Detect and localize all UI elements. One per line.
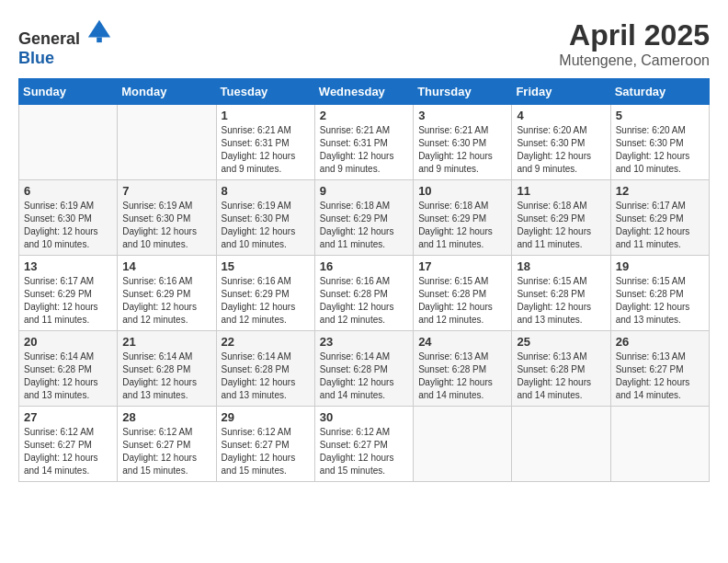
calendar-cell: 24Sunrise: 6:13 AMSunset: 6:28 PMDayligh… [414,331,512,407]
day-info: Sunrise: 6:12 AMSunset: 6:27 PMDaylight:… [222,426,310,477]
weekday-header: Friday [512,79,610,105]
calendar-cell: 15Sunrise: 6:16 AMSunset: 6:29 PMDayligh… [216,256,314,331]
day-number: 18 [517,259,605,273]
day-info: Sunrise: 6:15 AMSunset: 6:28 PMDaylight:… [616,275,704,327]
day-info: Sunrise: 6:14 AMSunset: 6:28 PMDaylight:… [24,350,112,402]
weekday-header: Sunday [19,79,118,105]
calendar-cell [19,105,118,180]
day-number: 8 [222,184,310,198]
calendar-cell: 21Sunrise: 6:14 AMSunset: 6:28 PMDayligh… [118,331,216,407]
day-info: Sunrise: 6:18 AMSunset: 6:29 PMDaylight:… [517,200,605,251]
calendar-cell: 13Sunrise: 6:17 AMSunset: 6:29 PMDayligh… [19,256,118,331]
weekday-header: Thursday [414,79,512,105]
day-info: Sunrise: 6:12 AMSunset: 6:27 PMDaylight:… [320,426,408,477]
logo-icon [86,18,112,44]
calendar-cell: 10Sunrise: 6:18 AMSunset: 6:29 PMDayligh… [414,180,512,256]
logo-text: General Blue [18,18,112,68]
day-number: 7 [122,184,210,198]
day-number: 11 [517,184,605,198]
calendar-cell: 5Sunrise: 6:20 AMSunset: 6:30 PMDaylight… [610,105,709,180]
calendar-cell [118,105,216,180]
calendar-cell: 4Sunrise: 6:20 AMSunset: 6:30 PMDaylight… [512,105,610,180]
calendar-week-row: 6Sunrise: 6:19 AMSunset: 6:30 PMDaylight… [19,180,710,256]
day-number: 4 [517,109,605,122]
day-info: Sunrise: 6:13 AMSunset: 6:28 PMDaylight:… [517,350,605,402]
day-number: 24 [418,335,506,349]
calendar-cell: 6Sunrise: 6:19 AMSunset: 6:30 PMDaylight… [19,180,118,256]
day-number: 3 [418,109,506,122]
calendar-cell: 30Sunrise: 6:12 AMSunset: 6:27 PMDayligh… [314,407,413,482]
calendar-cell: 27Sunrise: 6:12 AMSunset: 6:27 PMDayligh… [19,407,118,482]
calendar-cell: 22Sunrise: 6:14 AMSunset: 6:28 PMDayligh… [216,331,314,407]
weekday-header: Tuesday [216,79,314,105]
day-number: 15 [222,259,310,273]
calendar-cell [414,407,512,482]
day-number: 6 [24,184,112,198]
day-info: Sunrise: 6:15 AMSunset: 6:28 PMDaylight:… [517,275,605,327]
calendar-cell [512,407,610,482]
calendar-week-row: 27Sunrise: 6:12 AMSunset: 6:27 PMDayligh… [19,407,710,482]
logo: General Blue [18,18,112,68]
day-number: 26 [616,335,704,349]
calendar-cell: 7Sunrise: 6:19 AMSunset: 6:30 PMDaylight… [118,180,216,256]
day-number: 16 [320,259,408,273]
day-info: Sunrise: 6:19 AMSunset: 6:30 PMDaylight:… [24,200,112,251]
day-number: 25 [517,335,605,349]
weekday-header: Monday [118,79,216,105]
weekday-header-row: SundayMondayTuesdayWednesdayThursdayFrid… [19,79,710,105]
day-number: 23 [320,335,408,349]
calendar-cell: 23Sunrise: 6:14 AMSunset: 6:28 PMDayligh… [314,331,413,407]
day-info: Sunrise: 6:16 AMSunset: 6:29 PMDaylight:… [222,275,310,327]
weekday-header: Saturday [610,79,709,105]
day-info: Sunrise: 6:18 AMSunset: 6:29 PMDaylight:… [320,200,408,251]
calendar-cell: 8Sunrise: 6:19 AMSunset: 6:30 PMDaylight… [216,180,314,256]
calendar-cell [610,407,709,482]
svg-marker-0 [87,20,109,38]
calendar-cell: 2Sunrise: 6:21 AMSunset: 6:31 PMDaylight… [314,105,413,180]
calendar-cell: 14Sunrise: 6:16 AMSunset: 6:29 PMDayligh… [118,256,216,331]
day-number: 1 [222,109,310,122]
day-number: 9 [320,184,408,198]
day-number: 21 [122,335,210,349]
day-number: 27 [24,410,112,424]
day-info: Sunrise: 6:21 AMSunset: 6:30 PMDaylight:… [418,124,506,176]
logo-blue: Blue [18,49,54,67]
calendar-cell: 1Sunrise: 6:21 AMSunset: 6:31 PMDaylight… [216,105,314,180]
day-number: 2 [320,109,408,122]
calendar-cell: 12Sunrise: 6:17 AMSunset: 6:29 PMDayligh… [610,180,709,256]
calendar-week-row: 1Sunrise: 6:21 AMSunset: 6:31 PMDaylight… [19,105,710,180]
day-number: 5 [616,109,704,122]
day-info: Sunrise: 6:16 AMSunset: 6:28 PMDaylight:… [320,275,408,327]
calendar-cell: 19Sunrise: 6:15 AMSunset: 6:28 PMDayligh… [610,256,709,331]
calendar-cell: 9Sunrise: 6:18 AMSunset: 6:29 PMDaylight… [314,180,413,256]
day-info: Sunrise: 6:21 AMSunset: 6:31 PMDaylight:… [320,124,408,176]
day-info: Sunrise: 6:17 AMSunset: 6:29 PMDaylight:… [24,275,112,327]
day-number: 22 [222,335,310,349]
day-number: 10 [418,184,506,198]
calendar-cell: 20Sunrise: 6:14 AMSunset: 6:28 PMDayligh… [19,331,118,407]
logo-general: General [18,29,80,48]
day-number: 20 [24,335,112,349]
calendar-cell: 16Sunrise: 6:16 AMSunset: 6:28 PMDayligh… [314,256,413,331]
calendar-week-row: 13Sunrise: 6:17 AMSunset: 6:29 PMDayligh… [19,256,710,331]
day-info: Sunrise: 6:21 AMSunset: 6:31 PMDaylight:… [222,124,310,176]
calendar: SundayMondayTuesdayWednesdayThursdayFrid… [18,78,710,482]
svg-rect-1 [97,38,102,43]
calendar-cell: 3Sunrise: 6:21 AMSunset: 6:30 PMDaylight… [414,105,512,180]
day-info: Sunrise: 6:19 AMSunset: 6:30 PMDaylight:… [122,200,210,251]
weekday-header: Wednesday [314,79,413,105]
calendar-cell: 18Sunrise: 6:15 AMSunset: 6:28 PMDayligh… [512,256,610,331]
day-info: Sunrise: 6:19 AMSunset: 6:30 PMDaylight:… [222,200,310,251]
day-number: 19 [616,259,704,273]
calendar-week-row: 20Sunrise: 6:14 AMSunset: 6:28 PMDayligh… [19,331,710,407]
day-number: 17 [418,259,506,273]
day-info: Sunrise: 6:20 AMSunset: 6:30 PMDaylight:… [517,124,605,176]
calendar-cell: 11Sunrise: 6:18 AMSunset: 6:29 PMDayligh… [512,180,610,256]
day-info: Sunrise: 6:14 AMSunset: 6:28 PMDaylight:… [320,350,408,402]
day-number: 28 [122,410,210,424]
calendar-cell: 29Sunrise: 6:12 AMSunset: 6:27 PMDayligh… [216,407,314,482]
day-number: 12 [616,184,704,198]
calendar-cell: 28Sunrise: 6:12 AMSunset: 6:27 PMDayligh… [118,407,216,482]
day-info: Sunrise: 6:13 AMSunset: 6:27 PMDaylight:… [616,350,704,402]
day-info: Sunrise: 6:13 AMSunset: 6:28 PMDaylight:… [418,350,506,402]
